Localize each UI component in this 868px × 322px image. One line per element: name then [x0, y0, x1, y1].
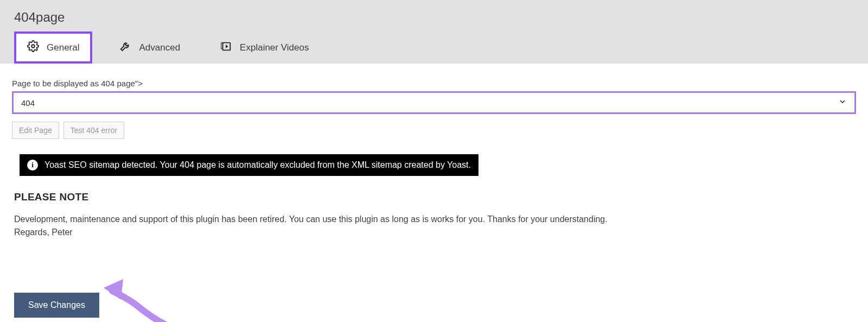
- chevron-down-icon: [838, 97, 847, 108]
- select-value: 404: [21, 98, 838, 108]
- tab-row: General Advanced Explainer Videos: [0, 31, 868, 64]
- gear-icon: [27, 40, 39, 55]
- note-line-2: Regards, Peter: [14, 228, 73, 237]
- tab-advanced[interactable]: Advanced: [106, 31, 193, 64]
- test-404-button[interactable]: Test 404 error: [63, 122, 124, 139]
- notice-text: Yoast SEO sitemap detected. Your 404 pag…: [44, 160, 471, 170]
- video-icon: [220, 40, 232, 55]
- tab-explainer-videos[interactable]: Explainer Videos: [207, 31, 322, 64]
- select-404-page[interactable]: 404: [12, 91, 856, 114]
- tab-label: Advanced: [139, 42, 180, 53]
- edit-page-button[interactable]: Edit Page: [12, 122, 59, 139]
- notice-yoast: i Yoast SEO sitemap detected. Your 404 p…: [20, 154, 478, 176]
- save-changes-button[interactable]: Save Changes: [14, 293, 99, 318]
- secondary-button-row: Edit Page Test 404 error: [12, 122, 856, 139]
- wrench-icon: [119, 40, 131, 55]
- tab-general[interactable]: General: [14, 31, 92, 64]
- tab-label: Explainer Videos: [240, 42, 309, 53]
- svg-point-0: [31, 45, 35, 48]
- page-title: 404page: [0, 8, 868, 31]
- header-bar: 404page General Advanced: [0, 0, 868, 64]
- content-pane: Page to be displayed as 404 page"> 404 E…: [0, 64, 868, 322]
- svg-marker-2: [226, 45, 228, 48]
- note-heading: PLEASE NOTE: [14, 191, 854, 203]
- tab-label: General: [47, 42, 79, 53]
- field-label-404-page: Page to be displayed as 404 page">: [12, 79, 856, 88]
- arrow-annotation-icon: [103, 272, 211, 322]
- note-body: Development, maintenance and support of …: [14, 213, 854, 239]
- svg-marker-4: [104, 279, 123, 300]
- info-icon: i: [27, 160, 38, 171]
- note-line-1: Development, maintenance and support of …: [14, 214, 608, 224]
- save-row: Save Changes: [12, 272, 856, 322]
